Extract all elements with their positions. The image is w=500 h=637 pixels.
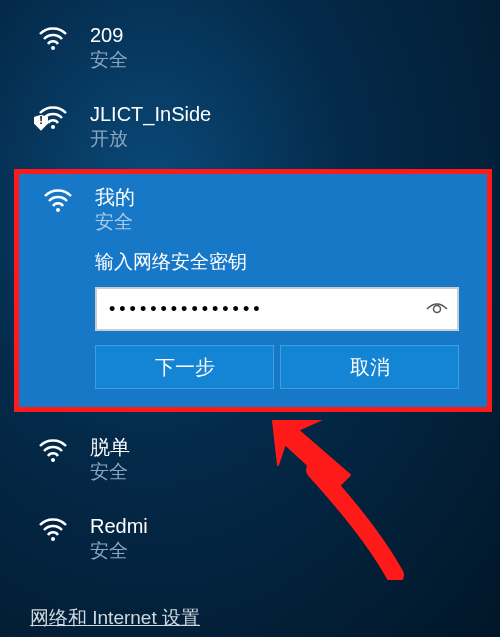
network-status: 开放 xyxy=(90,127,211,152)
network-status: 安全 xyxy=(90,539,148,564)
svg-point-5 xyxy=(51,537,55,541)
network-status: 安全 xyxy=(95,210,135,235)
wifi-network-item[interactable]: 209 安全 xyxy=(0,8,500,87)
wifi-network-item-selected[interactable]: 我的 安全 xyxy=(19,174,487,243)
svg-point-4 xyxy=(51,458,55,462)
network-status: 安全 xyxy=(90,460,130,485)
password-input[interactable] xyxy=(97,299,417,320)
cancel-button[interactable]: 取消 xyxy=(280,345,459,389)
password-prompt-label: 输入网络安全密钥 xyxy=(19,243,487,287)
wifi-icon xyxy=(38,26,68,50)
network-name: 209 xyxy=(90,22,128,48)
wifi-network-item[interactable]: JLICT_InSide 开放 xyxy=(0,87,500,166)
wifi-connect-panel: 我的 安全 输入网络安全密钥 下一步 取消 xyxy=(14,169,492,412)
svg-point-0 xyxy=(51,46,55,50)
network-settings-link[interactable]: 网络和 Internet 设置 xyxy=(30,605,200,631)
wifi-open-icon xyxy=(38,105,68,129)
wifi-network-item[interactable]: 脱单 安全 xyxy=(0,420,500,499)
svg-point-3 xyxy=(434,306,441,313)
svg-point-2 xyxy=(56,208,60,212)
network-name: JLICT_InSide xyxy=(90,101,211,127)
button-row: 下一步 取消 xyxy=(95,345,459,389)
network-status: 安全 xyxy=(90,48,128,73)
network-name: 脱单 xyxy=(90,434,130,460)
wifi-icon xyxy=(38,517,68,541)
wifi-network-list: 209 安全 JLICT_InSide 开放 我的 安全 输入网络安全密钥 xyxy=(0,0,500,577)
network-name: 我的 xyxy=(95,184,135,210)
next-button[interactable]: 下一步 xyxy=(95,345,274,389)
wifi-network-item[interactable]: Redmi 安全 xyxy=(0,499,500,578)
reveal-password-icon[interactable] xyxy=(417,289,457,329)
password-field-row xyxy=(95,287,459,331)
wifi-icon xyxy=(43,188,73,212)
wifi-icon xyxy=(38,438,68,462)
svg-point-1 xyxy=(51,125,55,129)
network-name: Redmi xyxy=(90,513,148,539)
